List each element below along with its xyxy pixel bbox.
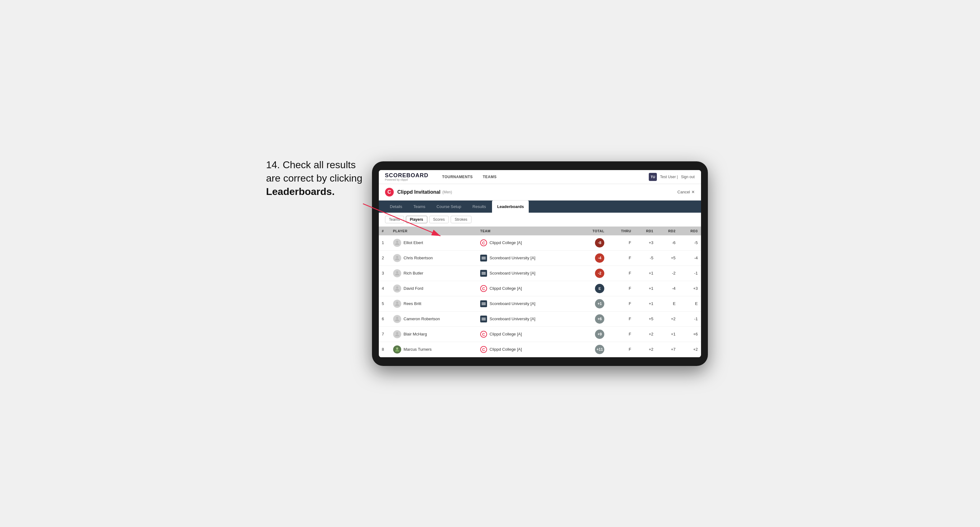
svg-rect-12 <box>482 272 486 272</box>
filter-strokes[interactable]: Strokes <box>451 216 471 223</box>
svg-rect-26 <box>482 319 486 319</box>
cell-player: Chris Robertson <box>390 250 477 265</box>
cell-thru: F <box>608 235 634 251</box>
svg-point-2 <box>396 241 398 243</box>
cell-rd2: +5 <box>657 250 679 265</box>
cell-rd1: +2 <box>634 342 656 357</box>
cell-rd1: +2 <box>634 327 656 342</box>
cell-total: +6 <box>578 311 608 327</box>
filter-teams[interactable]: Teams <box>385 216 404 223</box>
cell-rd3: -5 <box>679 235 701 251</box>
cell-rd3: +3 <box>679 281 701 296</box>
cell-rd2: -6 <box>657 235 679 251</box>
cell-rd1: +5 <box>634 311 656 327</box>
svg-rect-8 <box>482 258 486 259</box>
cell-rd3: E <box>679 296 701 311</box>
cell-rd1: +1 <box>634 296 656 311</box>
cell-thru: F <box>608 327 634 342</box>
cell-thru: F <box>608 296 634 311</box>
player-name: Rees Britt <box>404 301 422 306</box>
logo-title: SCOREBOARD <box>385 173 429 178</box>
svg-rect-20 <box>482 302 486 303</box>
cell-total: +9 <box>578 327 608 342</box>
tab-results[interactable]: Results <box>468 200 491 213</box>
tab-bar: Details Teams Course Setup Results Leade… <box>379 200 701 213</box>
tablet-device: SCOREBOARD Powered by clippd TOURNAMENTS… <box>372 161 708 366</box>
user-avatar: TU <box>649 173 657 181</box>
cell-rank: 8 <box>379 342 390 357</box>
col-rank: # <box>379 227 390 235</box>
svg-text:C: C <box>482 241 485 245</box>
team-name: Clippd College [A] <box>490 332 522 337</box>
player-name: Elliot Ebert <box>404 240 423 245</box>
cell-rd3: -4 <box>679 250 701 265</box>
score-badge: +6 <box>595 314 604 324</box>
table-row: 3Rich ButlerScoreboard University [A]-2F… <box>379 265 701 281</box>
tab-course-setup[interactable]: Course Setup <box>432 200 466 213</box>
tournament-name: Clippd Invitational <box>398 189 441 195</box>
col-player: PLAYER <box>390 227 477 235</box>
cell-rd1: +1 <box>634 265 656 281</box>
tab-details[interactable]: Details <box>385 200 407 213</box>
col-total: TOTAL <box>578 227 608 235</box>
cell-team: CClippd College [A] <box>477 342 578 357</box>
col-rd2: RD2 <box>657 227 679 235</box>
cell-rd3: +2 <box>679 342 701 357</box>
cell-team: CClippd College [A] <box>477 235 578 251</box>
leaderboard-table: # PLAYER TEAM TOTAL THRU RD1 RD2 RD3 1El… <box>379 227 701 357</box>
cell-team: Scoreboard University [A] <box>477 265 578 281</box>
svg-rect-13 <box>482 273 486 274</box>
filter-players[interactable]: Players <box>406 216 427 223</box>
svg-rect-25 <box>482 317 486 318</box>
score-badge: -8 <box>595 238 604 248</box>
cell-rd1: -5 <box>634 250 656 265</box>
svg-rect-27 <box>482 320 486 320</box>
cell-thru: F <box>608 311 634 327</box>
tab-leaderboards[interactable]: Leaderboards <box>492 200 529 213</box>
nav-teams[interactable]: TEAMS <box>482 173 498 181</box>
team-name: Scoreboard University [A] <box>490 256 535 260</box>
svg-point-28 <box>396 332 398 334</box>
cell-team: CClippd College [A] <box>477 281 578 296</box>
tablet-screen: SCOREBOARD Powered by clippd TOURNAMENTS… <box>379 170 701 357</box>
sign-out-link[interactable]: Sign out <box>681 175 695 179</box>
table-row: 4David FordCClippd College [A]EF+1-4+3 <box>379 281 701 296</box>
outer-container: 14. Check all results are correct by cli… <box>272 161 708 366</box>
col-rd3: RD3 <box>679 227 701 235</box>
cell-thru: F <box>608 265 634 281</box>
svg-text:C: C <box>482 332 485 337</box>
svg-point-15 <box>396 286 398 289</box>
score-badge: -4 <box>595 253 604 263</box>
cell-team: Scoreboard University [A] <box>477 296 578 311</box>
svg-point-23 <box>396 317 398 319</box>
svg-rect-22 <box>482 305 486 305</box>
svg-rect-21 <box>482 303 486 304</box>
player-name: Marcus Turners <box>404 347 432 352</box>
cancel-button[interactable]: Cancel ✕ <box>678 190 695 194</box>
svg-text:C: C <box>482 286 485 291</box>
tab-teams[interactable]: Teams <box>408 200 430 213</box>
svg-rect-7 <box>482 257 486 257</box>
cell-total: +1 <box>578 296 608 311</box>
cell-rd2: +7 <box>657 342 679 357</box>
cell-rd1: +1 <box>634 281 656 296</box>
svg-rect-9 <box>482 259 486 259</box>
filter-scores[interactable]: Scores <box>429 216 449 223</box>
cell-team: Scoreboard University [A] <box>477 311 578 327</box>
tournament-badge: (Men) <box>442 190 452 194</box>
cell-thru: F <box>608 250 634 265</box>
player-name: Cameron Robertson <box>404 316 440 321</box>
player-name: Blair McHarg <box>404 332 427 337</box>
team-name: Scoreboard University [A] <box>490 301 535 306</box>
cell-total: -2 <box>578 265 608 281</box>
svg-point-31 <box>396 347 398 349</box>
nav-tournaments[interactable]: TOURNAMENTS <box>441 173 474 181</box>
cell-team: CClippd College [A] <box>477 327 578 342</box>
cell-player: Marcus Turners <box>390 342 477 357</box>
cell-rd2: -2 <box>657 265 679 281</box>
col-rd1: RD1 <box>634 227 656 235</box>
cancel-label: Cancel <box>678 190 690 194</box>
instruction-line1: 14. Check all results <box>266 159 356 170</box>
cell-rank: 2 <box>379 250 390 265</box>
cell-rd3: +6 <box>679 327 701 342</box>
